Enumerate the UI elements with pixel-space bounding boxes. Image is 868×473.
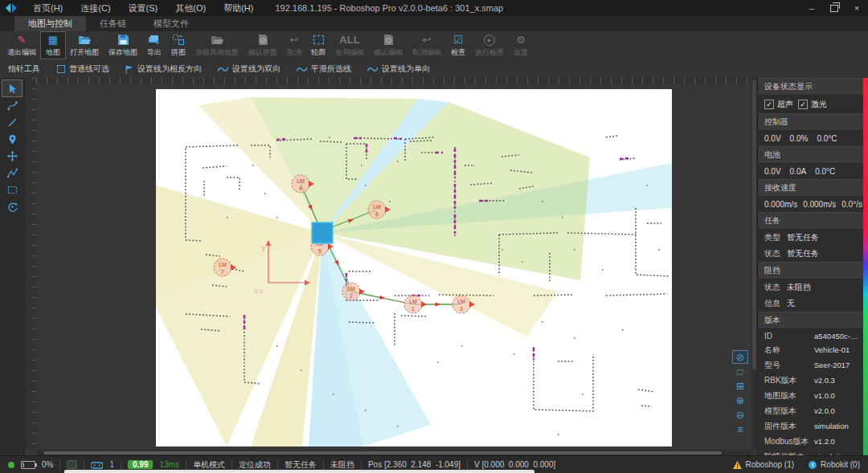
menu-other[interactable]: 其他(O) <box>166 2 215 14</box>
polyline-tool[interactable] <box>2 165 22 181</box>
block-state-row: 状态 未阻挡 <box>758 279 868 296</box>
close-button[interactable]: × <box>845 0 868 16</box>
normal-line-selectable-button[interactable]: 普通线可选 <box>50 62 117 76</box>
landmark-LM2[interactable]: LM2 <box>342 283 365 300</box>
localization-score-badge: 0.99 <box>128 460 153 469</box>
visibility-toggle-button[interactable]: ⊘ <box>733 351 747 363</box>
map-canvas[interactable]: y 0,0 <box>25 78 757 456</box>
version-row-firmware: 固件版本simulation <box>758 418 868 434</box>
dashed-rect-icon <box>313 34 324 47</box>
task-state-row: 状态 暂无任务 <box>758 246 868 262</box>
svg-text:6: 6 <box>375 211 379 217</box>
wave-icon <box>218 66 228 73</box>
window-title: 192.168.1.195 - Roboshop Pro v2.0.0-beta… <box>275 3 503 13</box>
set-line-bidirectional-button[interactable]: 设置线为双向 <box>211 62 288 76</box>
menu-help[interactable]: 帮助(H) <box>215 2 262 14</box>
rect-select-icon <box>7 185 18 195</box>
tab-map-control[interactable]: 地图与控制 <box>14 16 86 31</box>
zoom-in-button[interactable]: ⊕ <box>733 394 747 406</box>
vertical-scrollbar[interactable] <box>751 78 757 450</box>
menu-home[interactable]: 首页(H) <box>24 2 72 14</box>
svg-text:3: 3 <box>460 306 463 312</box>
map-grid-icon: ▦ <box>48 34 58 47</box>
ultrasonic-checkbox[interactable]: ✓ 超声 <box>764 99 793 110</box>
version-row-id: IDa540450c-d1e0... <box>758 329 868 342</box>
gamepad-icon <box>91 461 103 469</box>
checkbox-icon: ☑ <box>453 34 463 47</box>
menubar: 首页(H) 连接(C) 设置(S) 其他(O) 帮助(H) <box>24 2 262 14</box>
main-toolbar: ✎ 退出编辑 ▦ 地图 打开地图 保存地图 导出 <box>0 31 868 60</box>
restore-button[interactable] <box>823 0 845 16</box>
minimize-button[interactable]: – <box>800 0 823 16</box>
fit-rect-button[interactable]: □ <box>733 365 747 377</box>
joystick-count: 1 <box>109 460 114 469</box>
origin-label: 0,0 <box>254 287 264 295</box>
map-button[interactable]: ▦ 地图 <box>41 32 65 59</box>
warning-icon <box>733 461 742 469</box>
menu-settings[interactable]: 设置(S) <box>120 2 167 14</box>
load-other-map-button: 加载其他地图 <box>190 32 244 59</box>
main-area: y 0,0 <box>0 78 868 456</box>
check-button[interactable]: ☑ 检查 <box>446 32 470 59</box>
task-header: 任务 <box>758 212 868 230</box>
taskbar-peek-strip <box>64 470 534 473</box>
save-map-button[interactable]: 保存地图 <box>104 32 142 59</box>
battery-percent: 0% <box>42 460 53 469</box>
robot-marker[interactable] <box>312 222 333 243</box>
menu-connect[interactable]: 连接(C) <box>72 2 119 14</box>
tab-task-chain[interactable]: 任务链 <box>86 16 140 31</box>
move-tool[interactable] <box>2 148 22 164</box>
laser-checkbox[interactable]: ✓ 激光 <box>798 99 827 110</box>
roboshop-log-button[interactable]: Roboshop (1) <box>733 460 795 469</box>
checkbox-icon: ✓ <box>764 100 774 109</box>
flag-icon <box>125 65 133 74</box>
version-row-name: 名称Vehicle-01 <box>758 342 868 357</box>
open-map-button[interactable]: 打开地图 <box>65 32 104 59</box>
localization-status: 定位成功 <box>239 459 271 471</box>
position-readout: Pos [2.360 2.148 -1.049] <box>368 460 461 469</box>
map-view[interactable]: y 0,0 <box>156 89 672 446</box>
cancel-edit-button: ↩ 取消编辑 <box>407 32 446 59</box>
global-edit-button: ALL 全局编辑 <box>330 32 369 59</box>
rect-select-tool[interactable] <box>2 181 22 198</box>
pointer-tool[interactable] <box>2 80 22 96</box>
svg-text:4: 4 <box>299 186 302 191</box>
fit-view-button[interactable]: ⊞ <box>733 380 747 392</box>
svg-text:5: 5 <box>318 248 321 254</box>
settings-button: ⚙ 设置 <box>509 32 533 59</box>
relocate-tool[interactable] <box>2 198 22 214</box>
exit-edit-button[interactable]: ✎ 退出编辑 <box>2 32 41 59</box>
pointer-tool-label: 指针工具 <box>6 63 48 75</box>
sensor-fans <box>156 97 672 446</box>
outline-button[interactable]: 轮廓 <box>306 32 330 59</box>
export-button[interactable]: 导出 <box>142 32 166 59</box>
svg-text:LM: LM <box>457 299 465 304</box>
open-folder-icon <box>79 34 91 47</box>
curve-tool[interactable] <box>2 97 22 113</box>
panel-title: 设备状态显示 <box>758 78 868 96</box>
point-tool[interactable] <box>2 131 22 147</box>
landmark-LM1[interactable]: LM1 <box>404 296 427 313</box>
set-line-reverse-button[interactable]: 设置线为相反方向 <box>118 62 209 76</box>
version-row-map: 地图版本v1.0.0 <box>758 388 868 403</box>
svg-text:LM: LM <box>409 299 417 304</box>
dashed-square-icon <box>57 65 65 73</box>
svg-text:7: 7 <box>221 269 224 275</box>
smooth-selected-lines-button[interactable]: 平滑所选线 <box>289 62 358 76</box>
line-tool[interactable] <box>2 114 22 130</box>
block-info-row: 信息 无 <box>758 296 868 312</box>
confirm-edit-button: 确认编辑 <box>369 32 407 59</box>
zoom-out-button[interactable]: ⊖ <box>733 409 747 421</box>
layer-list-button[interactable]: ≡ <box>733 423 747 435</box>
velocity-readout: V [0.000 0.000 0.000] <box>474 460 555 469</box>
location-pin-icon <box>7 134 18 145</box>
map-svg: y 0,0 <box>156 89 672 446</box>
robokit-log-button[interactable]: i Robokit (0) <box>809 460 860 469</box>
floppy-icon <box>118 34 129 47</box>
set-line-oneway-button[interactable]: 设置线为单向 <box>360 62 437 76</box>
y-axis-label: y <box>262 244 265 251</box>
controller-header: 控制器 <box>758 113 868 131</box>
svg-text:2: 2 <box>350 293 353 299</box>
stitch-map-button[interactable]: 拼图 <box>166 32 190 59</box>
tab-model-file[interactable]: 模型文件 <box>140 16 203 31</box>
